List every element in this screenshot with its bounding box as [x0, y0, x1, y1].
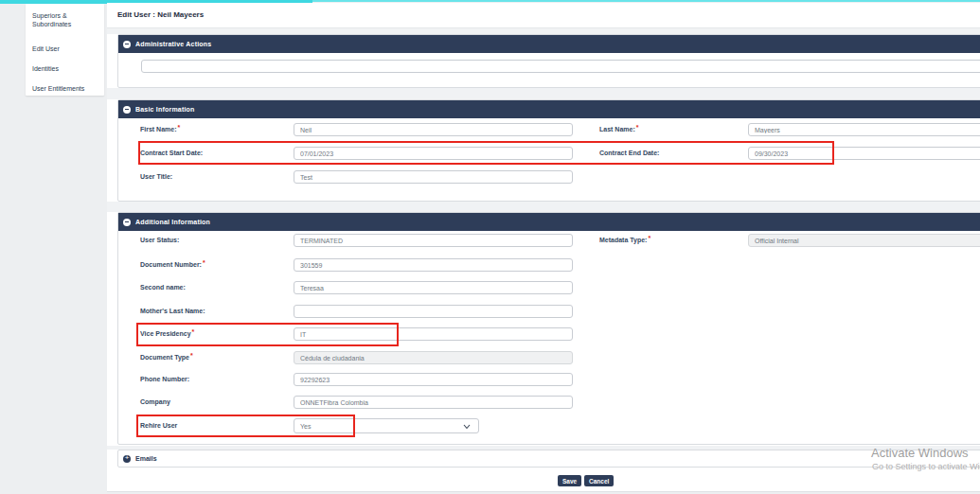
required-marker: *	[192, 328, 195, 335]
phone-number-input[interactable]	[294, 373, 573, 386]
last-name-label: Last Name:*	[599, 126, 638, 133]
mothers-last-name-label: Mother's Last Name:	[140, 308, 205, 315]
required-marker: *	[190, 352, 193, 359]
company-input[interactable]	[294, 396, 573, 409]
administrative-actions-header[interactable]: Administrative Actions	[118, 35, 980, 53]
collapse-icon	[123, 41, 131, 48]
last-name-input[interactable]	[748, 123, 980, 136]
second-name-input[interactable]	[294, 281, 573, 294]
vice-presidency-input[interactable]	[294, 327, 573, 341]
cancel-button[interactable]: Cancel	[584, 475, 614, 486]
collapse-icon	[123, 106, 131, 114]
user-title-label: User Title:	[140, 173, 172, 181]
document-type-label: Document Type*	[140, 354, 193, 362]
required-marker: *	[203, 259, 205, 266]
expand-icon	[123, 455, 131, 463]
metadata-type-label: Metadata Type:*	[599, 237, 650, 244]
sidebar-item-edit-user[interactable]: Edit User	[32, 44, 97, 53]
administrative-actions-section: Administrative Actions	[117, 34, 980, 88]
sidebar-item-superiors-subordinates[interactable]: Superiors & Subordinates	[32, 11, 97, 28]
first-name-input[interactable]	[294, 123, 573, 136]
contract-end-date-input[interactable]	[748, 147, 980, 160]
page-title: Edit User : Neil Mayeers	[117, 10, 204, 19]
required-marker: *	[648, 235, 650, 241]
sidebar: Superiors & Subordinates Edit User Ident…	[26, 4, 104, 96]
collapse-icon	[123, 219, 131, 226]
sidebar-item-identities[interactable]: Identities	[32, 64, 97, 73]
section-gap	[107, 202, 980, 212]
second-name-label: Second name:	[140, 284, 186, 291]
document-number-input[interactable]	[294, 258, 573, 272]
basic-information-header[interactable]: Basic Information	[118, 100, 980, 118]
required-marker: *	[178, 124, 181, 131]
rehire-user-select[interactable]: Yes	[294, 418, 479, 433]
save-button[interactable]: Save	[558, 475, 581, 486]
emails-title: Emails	[135, 455, 157, 462]
additional-information-title: Additional Information	[135, 219, 210, 225]
rehire-user-label: Rehire User	[140, 422, 177, 430]
company-label: Company	[140, 398, 170, 406]
document-type-input[interactable]	[294, 351, 573, 364]
contract-end-date-label: Contract End Date:	[599, 150, 659, 157]
mothers-last-name-input[interactable]	[294, 305, 573, 318]
contract-start-date-label: Contract Start Date:	[140, 150, 203, 157]
user-title-input[interactable]	[294, 170, 573, 184]
administrative-actions-title: Administrative Actions	[135, 41, 211, 47]
required-marker: *	[636, 124, 639, 131]
basic-information-title: Basic Information	[135, 106, 195, 113]
additional-information-header[interactable]: Additional Information	[118, 213, 980, 231]
section-gap	[107, 88, 980, 99]
document-number-label: Document Number:*	[140, 261, 205, 269]
vice-presidency-label: Vice Presidency*	[140, 330, 194, 338]
administrative-action-input[interactable]	[141, 60, 980, 73]
first-name-label: First Name:*	[140, 126, 180, 133]
user-status-input[interactable]	[294, 234, 573, 247]
metadata-type-input[interactable]	[748, 234, 980, 247]
sidebar-item-user-entitlements[interactable]: User Entitlements	[32, 84, 97, 93]
chevron-down-icon	[463, 424, 471, 431]
rehire-user-selected-value: Yes	[300, 423, 311, 430]
emails-section-header[interactable]: Emails	[117, 450, 980, 468]
contract-start-date-input[interactable]	[294, 147, 573, 160]
user-status-label: User Status:	[140, 237, 179, 244]
phone-number-label: Phone Number:	[140, 376, 189, 383]
